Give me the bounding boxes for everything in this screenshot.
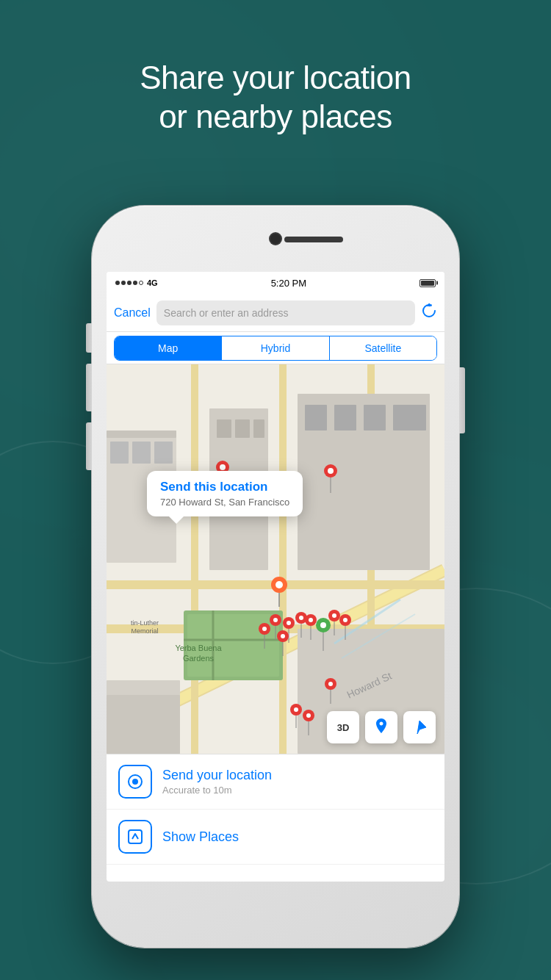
signal-dot-1 bbox=[115, 281, 120, 285]
signal-dot-5 bbox=[139, 281, 143, 285]
svg-point-57 bbox=[262, 627, 267, 631]
status-time: 5:20 PM bbox=[271, 278, 306, 289]
header-line2: or nearby places bbox=[159, 98, 392, 134]
send-location-title: Send your location bbox=[162, 768, 433, 783]
map-popup[interactable]: Send this location 720 Howard St, San Fr… bbox=[147, 471, 303, 516]
svg-point-36 bbox=[320, 622, 326, 628]
svg-point-33 bbox=[328, 468, 334, 474]
signal-dot-4 bbox=[133, 281, 137, 285]
bottom-actions: Send your location Accurate to 10m Show … bbox=[107, 754, 444, 865]
search-input[interactable]: Search or enter an address bbox=[156, 300, 415, 325]
svg-point-60 bbox=[281, 634, 285, 638]
popup-title: Send this location bbox=[160, 480, 289, 494]
map-type-satellite[interactable]: Satellite bbox=[330, 336, 436, 360]
show-places-title: Show Places bbox=[162, 829, 433, 845]
svg-point-72 bbox=[276, 581, 283, 588]
svg-point-27 bbox=[220, 464, 226, 470]
network-type: 4G bbox=[147, 278, 158, 287]
search-bar: Cancel Search or enter an address bbox=[107, 294, 444, 332]
phone-body: 4G 5:20 PM Cancel Search or enter an add… bbox=[92, 206, 459, 948]
svg-rect-10 bbox=[253, 419, 264, 438]
svg-point-66 bbox=[294, 707, 298, 712]
svg-rect-9 bbox=[235, 419, 250, 438]
pin-button[interactable] bbox=[365, 711, 397, 743]
battery-icon bbox=[419, 279, 436, 287]
svg-rect-13 bbox=[334, 405, 356, 430]
map-type-bar: Map Hybrid Satellite bbox=[107, 332, 444, 364]
popup-address: 720 Howard St, San Francisco bbox=[160, 497, 289, 508]
cancel-button[interactable]: Cancel bbox=[114, 306, 151, 320]
status-bar: 4G 5:20 PM bbox=[107, 272, 444, 294]
svg-point-39 bbox=[273, 618, 278, 622]
svg-text:tin-Luther: tin-Luther bbox=[131, 619, 159, 627]
speaker-grille bbox=[284, 237, 343, 242]
map-area[interactable]: Yerba Buena Gardens tin-Luther Memorial … bbox=[107, 364, 444, 754]
show-places-icon-box bbox=[118, 820, 152, 854]
3d-button[interactable]: 3D bbox=[327, 711, 359, 743]
send-location-icon-box bbox=[118, 765, 152, 799]
volume-up-button bbox=[86, 364, 92, 411]
map-type-selector: Map Hybrid Satellite bbox=[114, 336, 437, 361]
svg-rect-6 bbox=[154, 442, 173, 464]
svg-rect-5 bbox=[132, 442, 151, 464]
location-button[interactable] bbox=[403, 711, 436, 743]
svg-rect-12 bbox=[305, 405, 327, 430]
power-button bbox=[459, 367, 465, 433]
show-places-text: Show Places bbox=[162, 829, 433, 845]
send-location-text: Send your location Accurate to 10m bbox=[162, 768, 433, 796]
svg-text:Yerba Buena: Yerba Buena bbox=[175, 644, 222, 652]
svg-rect-23 bbox=[107, 695, 180, 754]
svg-point-69 bbox=[306, 713, 311, 718]
map-controls: 3D bbox=[327, 711, 436, 743]
svg-rect-15 bbox=[393, 405, 426, 430]
svg-point-48 bbox=[309, 618, 313, 622]
mute-button bbox=[86, 323, 92, 353]
signal-dot-2 bbox=[121, 281, 126, 285]
header-line1: Share your location bbox=[140, 60, 411, 96]
send-location-subtitle: Accurate to 10m bbox=[162, 785, 433, 796]
svg-point-45 bbox=[299, 616, 303, 620]
svg-rect-3 bbox=[107, 430, 176, 438]
svg-point-51 bbox=[332, 613, 336, 618]
svg-point-54 bbox=[343, 618, 347, 622]
svg-rect-8 bbox=[217, 419, 231, 438]
volume-down-button bbox=[86, 422, 92, 470]
svg-rect-14 bbox=[364, 405, 386, 430]
front-camera bbox=[270, 234, 281, 244]
status-signal: 4G bbox=[115, 278, 158, 287]
svg-rect-4 bbox=[110, 442, 129, 464]
map-type-hybrid[interactable]: Hybrid bbox=[222, 336, 329, 360]
svg-rect-76 bbox=[129, 830, 142, 843]
send-location-item[interactable]: Send your location Accurate to 10m bbox=[107, 754, 444, 810]
phone-screen: 4G 5:20 PM Cancel Search or enter an add… bbox=[107, 272, 444, 882]
svg-text:Memorial: Memorial bbox=[131, 627, 158, 635]
phone-frame: 4G 5:20 PM Cancel Search or enter an add… bbox=[92, 206, 459, 948]
map-type-map[interactable]: Map bbox=[115, 336, 222, 360]
svg-point-75 bbox=[132, 779, 138, 785]
svg-point-63 bbox=[328, 682, 333, 686]
svg-point-42 bbox=[287, 621, 291, 625]
refresh-button[interactable] bbox=[421, 303, 437, 323]
map-svg: Yerba Buena Gardens tin-Luther Memorial … bbox=[107, 364, 444, 754]
show-places-item[interactable]: Show Places bbox=[107, 810, 444, 865]
battery-fill bbox=[421, 281, 434, 286]
signal-dot-3 bbox=[127, 281, 132, 285]
status-battery bbox=[419, 279, 436, 287]
search-placeholder: Search or enter an address bbox=[164, 307, 289, 319]
svg-text:Gardens: Gardens bbox=[183, 654, 215, 663]
header-text: Share your location or nearby places bbox=[0, 59, 551, 137]
